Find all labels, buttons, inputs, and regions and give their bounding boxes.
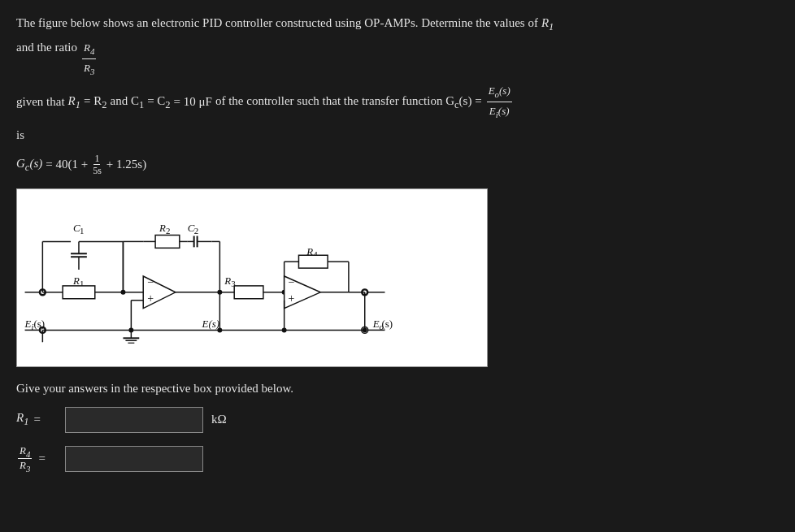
svg-rect-43 — [234, 285, 263, 298]
circuit-diagram: .ckt-text { font-family: 'Times New Roma… — [16, 188, 488, 367]
ratio-answer-label: R4 R3 = — [16, 444, 57, 474]
ratio-answer-row: R4 R3 = — [16, 444, 779, 474]
svg-text:+: + — [289, 292, 295, 304]
circuit-svg: .ckt-text { font-family: 'Times New Roma… — [17, 189, 487, 366]
ratio-fraction: R4 R3 — [82, 39, 96, 79]
svg-text:2: 2 — [194, 225, 198, 235]
tf-fraction: Eo(s) Ei(s) — [487, 82, 512, 122]
svg-text:−: − — [289, 275, 295, 288]
svg-text:2: 2 — [166, 225, 170, 235]
r1-equals-sign: = — [33, 413, 40, 426]
instruction-text: Give your answers in the respective box … — [16, 382, 779, 396]
svg-text:1: 1 — [80, 225, 84, 235]
svg-text:E: E — [372, 318, 380, 330]
r1-answer-label: R1 = — [16, 411, 57, 428]
r1-input[interactable] — [65, 407, 203, 433]
gc-equation-line: Gc(s) = 40(1 + 1 5s + 1.25s) — [16, 153, 569, 177]
svg-rect-0 — [19, 189, 486, 366]
r1-symbol: R1 — [541, 13, 554, 36]
svg-text:R: R — [72, 275, 80, 286]
gc-rest: + 1.25s) — [106, 154, 146, 175]
gc-fraction: 1 5s — [92, 153, 102, 177]
answer-section: Give your answers in the respective box … — [16, 382, 779, 474]
given-r1: R1 — [68, 91, 80, 114]
given-eq: = R2 — [84, 91, 106, 114]
and-ratio-text: and the ratio — [16, 37, 77, 58]
given-c-eq: = C2 — [147, 91, 170, 114]
given-and-c: and C1 — [110, 91, 144, 114]
given-val: = 10 μF — [174, 92, 212, 113]
problem-intro-line: The figure below shows an electronic PID… — [16, 13, 569, 36]
ratio-label-fraction: R4 R3 — [18, 444, 32, 474]
svg-text:(s): (s) — [382, 318, 393, 330]
given-tf-intro: of the controller such that the transfer… — [215, 91, 482, 114]
ratio-line: and the ratio R4 R3 — [16, 37, 569, 79]
intro-text: The figure below shows an electronic PID… — [16, 13, 538, 34]
svg-rect-26 — [155, 235, 180, 248]
svg-text:R: R — [224, 275, 231, 286]
is-label: is — [16, 128, 24, 141]
r1-unit: kΩ — [211, 413, 227, 426]
svg-text:+: + — [147, 292, 154, 304]
gc-lhs: Gc(s) — [16, 154, 42, 176]
given-intro: given that — [16, 92, 65, 113]
svg-text:E(s): E(s) — [202, 318, 219, 330]
r1-answer-row: R1 = kΩ — [16, 407, 779, 433]
given-line: given that R1 = R2 and C1 = C2 = 10 μF o… — [16, 82, 569, 122]
svg-text:E: E — [24, 318, 32, 330]
svg-rect-10 — [63, 285, 95, 298]
svg-rect-52 — [298, 255, 328, 268]
svg-text:R: R — [159, 222, 166, 233]
ratio-equals-sign: = — [38, 452, 45, 465]
svg-point-65 — [128, 327, 133, 332]
r1-label-symbol: R1 — [16, 411, 28, 428]
is-line: is — [16, 125, 569, 146]
svg-text:−: − — [147, 275, 154, 288]
gc-equals: = 40(1 + — [46, 154, 88, 175]
ratio-input[interactable] — [65, 446, 203, 472]
